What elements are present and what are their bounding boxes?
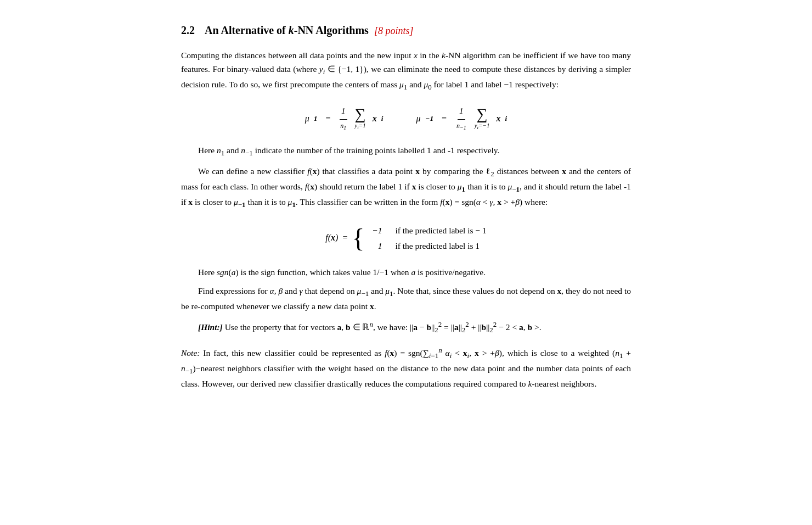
piecewise-lhs: f(x) xyxy=(325,231,338,245)
frac-mu1-den: n1 xyxy=(339,120,348,132)
frac-mu-1: 1 n−1 xyxy=(455,105,468,132)
section-heading: 2.2 An Alternative of k-NN Algorithms [8… xyxy=(181,22,631,39)
paragraph-1: Computing the distances between all data… xyxy=(181,49,631,93)
paragraph-hint: [Hint:] Use the property that for vector… xyxy=(181,319,631,336)
sigma-mu1: ∑ yi=1 xyxy=(354,107,365,131)
brace-container: { −1 if the predicted label is − 1 1 if … xyxy=(352,224,486,253)
piecewise-function: f(x) = { −1 if the predicted label is − … xyxy=(181,224,631,253)
paragraph-note: Note: In fact, this new classifier could… xyxy=(181,345,631,390)
case2-condition: if the predicted label is 1 xyxy=(395,239,480,253)
case2-value: 1 xyxy=(371,239,382,253)
piecewise-row-2: 1 if the predicted label is 1 xyxy=(371,239,486,253)
title-suffix: -NN Algorithms xyxy=(294,24,369,36)
paragraph-n-note: Here n1 and n−1 indicate the number of t… xyxy=(181,144,631,159)
mu-1-formula: μ−1 = 1 n−1 ∑ yi=−1 xi xyxy=(416,105,507,132)
case1-condition: if the predicted label is − 1 xyxy=(395,224,486,237)
frac-mu-1-num: 1 xyxy=(458,105,465,119)
case1-value: −1 xyxy=(371,224,382,237)
piecewise-row-1: −1 if the predicted label is − 1 xyxy=(371,224,486,237)
sigma-mu-1-sym: ∑ xyxy=(477,107,488,122)
section-points: [8 points] xyxy=(374,25,414,36)
sigma-mu1-sub: yi=1 xyxy=(354,122,365,131)
note-label: Note: xyxy=(181,348,200,358)
frac-mu-1-den: n−1 xyxy=(455,120,468,132)
hint-label: [Hint:] xyxy=(198,322,223,332)
title-k: k xyxy=(289,24,294,36)
frac-mu1-num: 1 xyxy=(340,105,347,119)
sigma-mu-1: ∑ yi=−1 xyxy=(475,107,490,131)
math-display-mu: μ1 = 1 n1 ∑ yi=1 xi μ−1 = 1 n−1 ∑ xyxy=(181,105,631,132)
section-number: 2.2 xyxy=(181,22,195,39)
page-content: 2.2 An Alternative of k-NN Algorithms [8… xyxy=(181,22,631,396)
mu1-formula: μ1 = 1 n1 ∑ yi=1 xi xyxy=(305,105,384,132)
piecewise-cases: −1 if the predicted label is − 1 1 if th… xyxy=(371,224,486,253)
section-title: An Alternative of k-NN Algorithms [8 poi… xyxy=(205,22,413,39)
frac-mu1: 1 n1 xyxy=(339,105,348,132)
paragraph-sgn: Here sgn(a) is the sign function, which … xyxy=(181,266,631,280)
paragraph-classifier: We can define a new classifier f(x) that… xyxy=(181,165,631,210)
paragraph-find: Find expressions for α, β and γ that dep… xyxy=(181,284,631,314)
big-brace: { xyxy=(352,225,364,252)
sigma-mu1-sym: ∑ xyxy=(355,107,366,122)
sigma-mu-1-sub: yi=−1 xyxy=(475,122,490,131)
title-prefix: An Alternative of xyxy=(205,24,289,36)
piecewise-eq: = xyxy=(342,231,347,245)
